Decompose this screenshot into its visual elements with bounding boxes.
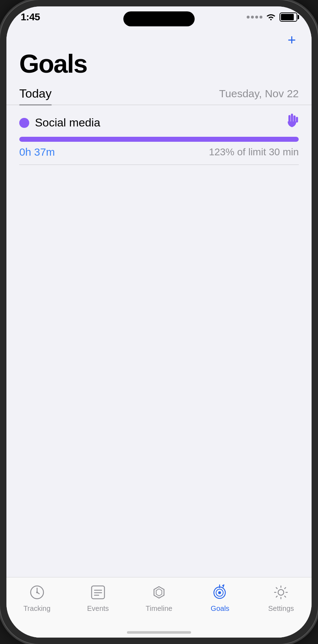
battery-fill bbox=[281, 14, 294, 20]
events-icon bbox=[89, 583, 107, 602]
tab-date: Tuesday, Nov 22 bbox=[219, 88, 299, 105]
tab-item-tracking[interactable]: Tracking bbox=[6, 583, 67, 613]
status-bar: 1:45 bbox=[6, 6, 312, 28]
svg-rect-0 bbox=[291, 114, 293, 122]
signal-dot-2 bbox=[251, 16, 254, 19]
goal-header: Social media bbox=[19, 114, 299, 132]
home-indicator bbox=[6, 627, 312, 638]
signal-dot-4 bbox=[260, 16, 262, 19]
tab-bar: Tracking Events bbox=[6, 577, 312, 627]
goals-label: Goals bbox=[211, 604, 229, 613]
home-bar bbox=[127, 631, 191, 634]
goal-time: 0h 37m bbox=[19, 146, 55, 158]
goal-limit-icon bbox=[285, 114, 299, 132]
battery-icon bbox=[279, 12, 297, 22]
tab-item-timeline[interactable]: Timeline bbox=[128, 583, 189, 613]
tracking-label: Tracking bbox=[24, 604, 51, 613]
svg-point-7 bbox=[36, 592, 38, 593]
events-label: Events bbox=[87, 604, 109, 613]
tab-selector: Today Tuesday, Nov 22 bbox=[6, 87, 312, 105]
settings-icon bbox=[272, 583, 290, 602]
header: + bbox=[6, 28, 312, 48]
signal-dot-1 bbox=[247, 16, 250, 19]
tab-item-goals[interactable]: Goals bbox=[190, 583, 251, 613]
svg-point-14 bbox=[218, 591, 221, 594]
tab-item-settings[interactable]: Settings bbox=[251, 583, 312, 613]
progress-bar-container bbox=[19, 137, 299, 142]
dynamic-island bbox=[123, 11, 195, 26]
app-content: + Goals Today Tuesday, Nov 22 Social med… bbox=[6, 28, 312, 577]
goal-limit-text: 123% of limit 30 min bbox=[209, 146, 299, 158]
goals-list: Social media bbox=[6, 105, 312, 577]
svg-point-18 bbox=[278, 590, 284, 595]
goal-title-row: Social media bbox=[19, 116, 100, 129]
progress-bar-fill bbox=[19, 137, 299, 142]
page-title: Goals bbox=[19, 50, 299, 78]
signal-dot-3 bbox=[255, 16, 258, 19]
signal-dots bbox=[247, 16, 262, 19]
phone-frame: 1:45 bbox=[0, 0, 318, 644]
status-icons bbox=[247, 12, 297, 22]
tab-today[interactable]: Today bbox=[19, 87, 52, 105]
timeline-icon bbox=[150, 583, 168, 602]
settings-label: Settings bbox=[268, 604, 294, 613]
add-button[interactable]: + bbox=[285, 31, 299, 48]
tab-item-events[interactable]: Events bbox=[67, 583, 128, 613]
goals-icon bbox=[211, 583, 229, 602]
timeline-label: Timeline bbox=[146, 604, 173, 613]
phone-screen: 1:45 bbox=[6, 6, 312, 638]
goal-stats: 0h 37m 123% of limit 30 min bbox=[19, 146, 299, 158]
tracking-icon bbox=[28, 583, 46, 602]
wifi-icon bbox=[266, 13, 276, 21]
status-time: 1:45 bbox=[21, 11, 40, 23]
page-title-section: Goals bbox=[6, 48, 312, 87]
goal-dot bbox=[19, 118, 29, 128]
goal-item[interactable]: Social media bbox=[19, 105, 299, 165]
goal-name: Social media bbox=[35, 116, 100, 129]
